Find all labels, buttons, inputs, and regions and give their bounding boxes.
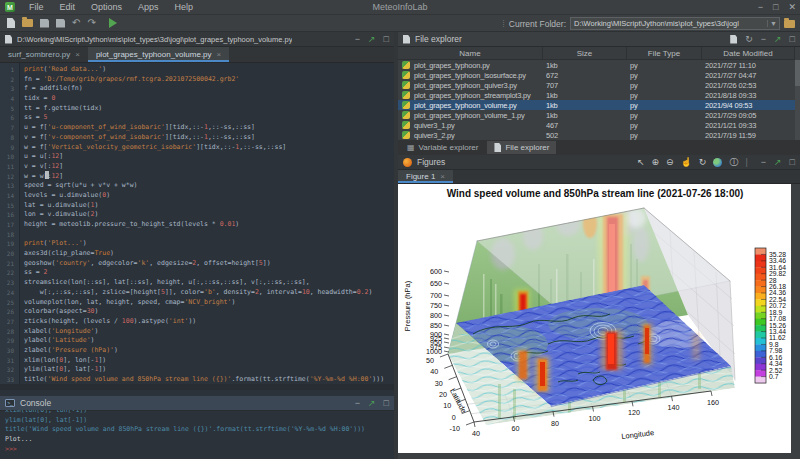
close-icon[interactable]: × — [440, 172, 445, 181]
python-file-icon — [402, 71, 410, 79]
svg-text:0: 0 — [452, 413, 456, 422]
figures-maximize-icon[interactable]: □ — [790, 157, 795, 167]
file-table-header[interactable]: NameSizeFile TypeDate Modified — [398, 47, 795, 60]
meteoinfo-logo-icon: M — [5, 2, 15, 12]
column-header-name[interactable]: Name — [398, 47, 543, 59]
window-minimize-icon[interactable]: − — [758, 0, 763, 15]
pan-icon[interactable]: ☝ — [681, 157, 692, 167]
figures-panel: Figures ↖⊕⊖☝↻ⓘ| − ↗ □ Figure 1 × — [398, 155, 800, 459]
svg-text:30: 30 — [435, 379, 443, 388]
line-number-gutter: 1234567891011121314151617181920212223242… — [0, 63, 20, 390]
globe-icon[interactable] — [713, 158, 722, 167]
svg-text:850: 850 — [430, 321, 442, 330]
tab-surf_sombrero.py[interactable]: surf_sombrero.py× — [0, 47, 88, 62]
browse-folder-icon[interactable] — [784, 20, 795, 28]
file-row[interactable]: plot_grapes_typhoon_isosurface.py672py20… — [398, 70, 795, 80]
copy-path-icon[interactable] — [730, 35, 737, 44]
menu-apps[interactable]: Apps — [130, 0, 167, 15]
file-explorer-float-icon[interactable]: ↗ — [774, 34, 782, 44]
python-file-icon — [402, 121, 410, 129]
code-line: xlim(lon[0], lon[-1]) — [24, 356, 394, 366]
identify-icon[interactable]: ⓘ — [729, 156, 738, 169]
current-folder-label: Current Folder: — [509, 19, 566, 29]
python-file-icon — [402, 101, 410, 109]
code-line: axes3d(clip_plane=True) — [24, 249, 394, 259]
save-all-icon[interactable] — [56, 19, 65, 28]
figures-icon — [403, 158, 412, 167]
file-row[interactable]: quiver3_1.py467py2021/1/21 09:33 — [398, 120, 795, 130]
figures-minimize-icon[interactable]: − — [761, 157, 766, 167]
editor-minimize-icon[interactable]: − — [355, 34, 360, 44]
svg-text:50: 50 — [426, 356, 434, 365]
code-line: ylim(lat[0], lat[-1]) — [24, 365, 394, 375]
editor-horizontal-scrollbar[interactable] — [0, 384, 394, 390]
tab-variable-explorer[interactable]: ▦Variable explorer — [400, 141, 485, 154]
menu-edit[interactable]: Edit — [52, 0, 84, 15]
file-row[interactable]: plot_grapes_typhoon_quiver3.py707py2021/… — [398, 80, 795, 90]
menu-options[interactable]: Options — [83, 0, 130, 15]
console-float-icon[interactable]: ↗ — [368, 398, 376, 408]
console-line: Plot... — [5, 435, 394, 445]
console-output[interactable]: xlim(lon[0], lon[-1])ylim(lat[0], lat[-1… — [0, 410, 394, 459]
file-table-scrollbar[interactable] — [795, 60, 800, 140]
refresh-icon[interactable]: ↻ — [745, 34, 753, 44]
file-row[interactable]: plot_grapes_typhoon_streamplot3.py1kbpy2… — [398, 90, 795, 100]
svg-text:650: 650 — [430, 279, 442, 288]
file-explorer-title-bar: File explorer ↻ − ↗ □ — [398, 32, 800, 47]
figure-canvas[interactable]: 406080100120140160-100102030405060065070… — [398, 184, 791, 453]
open-file-icon[interactable] — [22, 19, 33, 27]
column-header-size[interactable]: Size — [543, 47, 627, 59]
menu-help[interactable]: Help — [167, 0, 202, 15]
console-maximize-icon[interactable]: □ — [384, 398, 389, 408]
run-script-icon[interactable] — [109, 18, 117, 28]
file-explorer-minimize-icon[interactable]: − — [761, 34, 766, 44]
python-file-icon — [402, 81, 410, 89]
svg-text:160: 160 — [707, 398, 719, 407]
tab-figure-1[interactable]: Figure 1 × — [398, 170, 453, 183]
close-icon[interactable]: × — [75, 50, 80, 59]
toolbar-drag-handle[interactable]: ⁞ — [502, 19, 505, 29]
save-icon[interactable] — [40, 19, 49, 28]
zoom-in-icon[interactable]: ⊕ — [652, 157, 660, 167]
tab-file-explorer[interactable]: File explorer — [487, 141, 556, 154]
code-line: streamslice(lon[::ss], lat[::ss], height… — [24, 278, 394, 288]
editor-maximize-icon[interactable]: □ — [384, 34, 389, 44]
figures-float-icon[interactable]: ↗ — [774, 157, 782, 167]
window-close-icon[interactable]: ✕ — [788, 0, 796, 15]
editor-float-icon[interactable]: ↗ — [368, 34, 376, 44]
file-row[interactable]: plot_grapes_typhoon_volume.py1kbpy2021/9… — [398, 100, 795, 110]
rotate-icon[interactable]: ↻ — [699, 157, 707, 167]
new-file-icon[interactable] — [7, 18, 15, 28]
code-line: speed = sqrt(u*u + v*v + w*w) — [24, 181, 394, 191]
file-row[interactable]: plot_grapes_typhoon.py1kbpy2021/7/27 11:… — [398, 60, 795, 70]
code-line: colorbar(aspect=30) — [24, 307, 394, 317]
cursor-icon[interactable]: ↖ — [637, 157, 645, 167]
tab-plot_grapes_typhoon_volume.py[interactable]: plot_grapes_typhoon_volume.py× — [88, 47, 229, 62]
console-panel: >_ Console − ↗ □ xlim(lon[0], lon[-1])yl… — [0, 396, 394, 459]
svg-text:80: 80 — [551, 419, 559, 428]
console-line: title('Wind speed volume and 850hPa stre… — [5, 425, 394, 435]
redo-icon[interactable]: ↷ — [87, 18, 95, 28]
code-editor[interactable]: 1234567891011121314151617181920212223242… — [0, 63, 394, 390]
plot-title: Wind speed volume and 850hPa stream line… — [447, 188, 744, 199]
explorer-tab-bar: ▦Variable explorerFile explorer — [398, 140, 800, 155]
column-header-date-modified[interactable]: Date Modified — [702, 47, 795, 59]
console-minimize-icon[interactable]: − — [355, 398, 360, 408]
undo-icon[interactable]: ↶ — [72, 18, 80, 28]
chevron-down-icon[interactable]: ▼ — [767, 20, 779, 27]
code-line: levels = u.dimvalue(0) — [24, 191, 394, 201]
console-line: >>> — [5, 445, 394, 455]
file-explorer-maximize-icon[interactable]: □ — [790, 34, 795, 44]
column-header-file-type[interactable]: File Type — [627, 47, 702, 59]
close-icon[interactable]: × — [217, 50, 222, 59]
window-maximize-icon[interactable]: □ — [773, 0, 778, 15]
file-explorer-title: File explorer — [415, 34, 462, 44]
colorbar: 35.2833.4631.6429.822826.1824.3622.5420.… — [755, 248, 786, 383]
editor-panel: D:\Working\MIScript\Jython\mis\plot_type… — [0, 32, 394, 396]
current-folder-combobox[interactable]: D:\Working\MIScript\Jython\mis\plot_type… — [570, 17, 780, 30]
menu-file[interactable]: File — [21, 0, 52, 15]
file-icon — [5, 35, 12, 44]
zoom-out-icon[interactable]: ⊖ — [666, 157, 674, 167]
file-row[interactable]: plot_grapes_typhoon_volume_1.py1kbpy2021… — [398, 110, 795, 120]
file-row[interactable]: quiver3_2.py502py2021/7/19 11:59 — [398, 130, 795, 140]
